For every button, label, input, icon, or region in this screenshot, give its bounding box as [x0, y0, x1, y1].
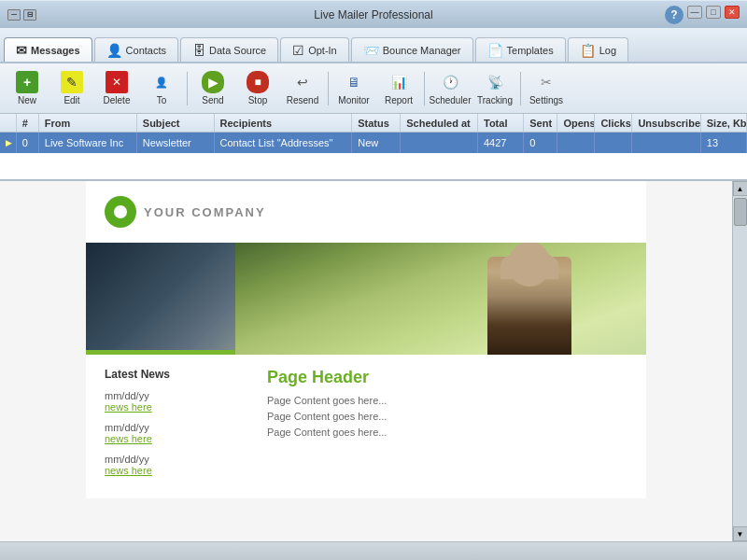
send-button[interactable]: ▶ Send: [191, 68, 234, 109]
sys-btn-2[interactable]: ⊟: [23, 9, 36, 21]
tracking-icon: 📡: [484, 71, 506, 93]
delete-button[interactable]: ✕ Delete: [95, 68, 138, 109]
preview-scrollbar: ▲ ▼: [732, 181, 747, 541]
message-table: # From Subject Recipients Status Schedul…: [0, 114, 747, 181]
bounce-tab-label: Bounce Manager: [383, 45, 461, 56]
scroll-thumb[interactable]: [734, 198, 747, 226]
send-icon: ▶: [202, 71, 224, 93]
sys-buttons: ─ ⊟: [7, 9, 36, 21]
th-status: Status: [352, 114, 401, 132]
send-label: Send: [202, 95, 223, 105]
nl-news-date-2: mm/dd/yy: [105, 454, 245, 465]
tab-contacts[interactable]: 👤 Contacts: [94, 37, 178, 62]
monitor-button[interactable]: 🖥 Monitor: [332, 68, 375, 109]
new-button[interactable]: + New: [6, 68, 49, 109]
scroll-up-button[interactable]: ▲: [733, 181, 748, 196]
edit-button[interactable]: ✎ Edit: [50, 68, 93, 109]
to-button[interactable]: 👤 To: [140, 68, 183, 109]
contacts-tab-label: Contacts: [126, 45, 166, 56]
tracking-button[interactable]: 📡 Tracking: [473, 68, 516, 109]
td-size: 13: [701, 133, 747, 153]
newsletter-preview: YOUR COMPANY: [86, 181, 646, 498]
edit-icon: ✎: [61, 71, 83, 93]
th-unsubs: Unsubscribes: [632, 114, 700, 132]
monitor-label: Monitor: [338, 95, 369, 105]
report-button[interactable]: 📊 Report: [377, 68, 420, 109]
to-label: To: [157, 95, 167, 105]
th-clicks: Clicks: [595, 114, 632, 132]
report-label: Report: [385, 95, 413, 105]
stop-button[interactable]: ■ Stop: [236, 68, 279, 109]
tab-log[interactable]: 📋 Log: [568, 37, 628, 62]
settings-icon: ✂: [535, 71, 557, 93]
optin-tab-label: Opt-In: [308, 45, 337, 56]
nl-news-0: mm/dd/yy news here: [105, 390, 245, 413]
bounce-tab-icon: 📨: [363, 43, 379, 58]
nl-content-1: Page Content goes here...: [267, 411, 627, 422]
nl-logo: [105, 196, 136, 228]
toolbar-divider-4: [520, 72, 521, 105]
tab-optin[interactable]: ☑ Opt-In: [280, 37, 349, 62]
nl-person-hair: [500, 251, 558, 279]
datasource-tab-icon: 🗄: [192, 43, 205, 58]
templates-tab-icon: 📄: [487, 43, 503, 58]
th-subject: Subject: [137, 114, 215, 132]
new-label: New: [18, 95, 36, 105]
td-scheduled: [401, 133, 478, 153]
nl-hero: [86, 243, 646, 355]
nl-person-body: [487, 257, 571, 355]
tab-templates[interactable]: 📄 Templates: [475, 37, 566, 62]
nl-news-1: mm/dd/yy news here: [105, 422, 245, 444]
nl-news-date-1: mm/dd/yy: [105, 422, 245, 433]
datasource-tab-label: Data Source: [209, 45, 266, 56]
tab-messages[interactable]: ✉ Messages: [4, 37, 92, 62]
optin-tab-icon: ☑: [292, 43, 304, 58]
td-subject: Newsletter: [137, 133, 215, 153]
nl-logo-inner: [114, 205, 127, 218]
td-clicks: [595, 133, 632, 153]
templates-tab-label: Templates: [507, 45, 554, 56]
report-icon: 📊: [388, 71, 410, 93]
scheduler-button[interactable]: 🕐 Scheduler: [429, 68, 472, 109]
restore-button[interactable]: □: [706, 6, 721, 19]
nl-green-bar: [86, 350, 235, 355]
toolbar: + New ✎ Edit ✕ Delete 👤 To ▶ Send ■ Stop…: [0, 63, 747, 114]
tab-bounce[interactable]: 📨 Bounce Manager: [351, 37, 473, 62]
scheduler-icon: 🕐: [439, 71, 461, 93]
scroll-down-button[interactable]: ▼: [733, 526, 748, 541]
title-bar-left: ─ ⊟: [7, 9, 40, 21]
th-total: Total: [478, 114, 524, 132]
td-opens: [557, 133, 595, 153]
to-icon: 👤: [150, 71, 173, 93]
close-button[interactable]: ✕: [725, 6, 740, 19]
nl-building-image: [86, 243, 235, 355]
delete-label: Delete: [104, 95, 131, 105]
toolbar-divider-3: [424, 72, 425, 105]
td-total: 4427: [478, 133, 524, 153]
settings-button[interactable]: ✂ Settings: [525, 68, 568, 109]
title-bar: ─ ⊟ Live Mailer Professional ? — □ ✕: [0, 0, 747, 28]
monitor-icon: 🖥: [343, 71, 365, 93]
messages-tab-icon: ✉: [16, 43, 27, 58]
stop-label: Stop: [248, 95, 268, 105]
th-opens: Opens: [557, 114, 595, 132]
minimize-button[interactable]: —: [687, 6, 702, 19]
td-num: 0: [17, 133, 39, 153]
resend-button[interactable]: ↩ Resend: [281, 68, 324, 109]
scroll-track[interactable]: [734, 196, 747, 526]
tracking-label: Tracking: [477, 95, 513, 105]
th-scheduled: Scheduled at: [401, 114, 478, 132]
tab-datasource[interactable]: 🗄 Data Source: [180, 37, 278, 62]
preview-section: YOUR COMPANY: [0, 181, 747, 541]
resend-icon: ↩: [291, 71, 314, 93]
nl-news-link-0: news here: [105, 401, 245, 413]
th-sent: Sent: [524, 114, 557, 132]
sys-btn-1[interactable]: ─: [7, 9, 21, 21]
scheduler-label: Scheduler: [429, 95, 471, 105]
help-button[interactable]: ?: [665, 6, 684, 24]
nl-header: YOUR COMPANY: [86, 181, 646, 243]
nl-news-link-2: news here: [105, 465, 245, 476]
table-row[interactable]: ▶ 0 Live Software Inc Newsletter Contact…: [0, 133, 747, 153]
td-from: Live Software Inc: [39, 133, 137, 153]
edit-label: Edit: [63, 95, 79, 105]
